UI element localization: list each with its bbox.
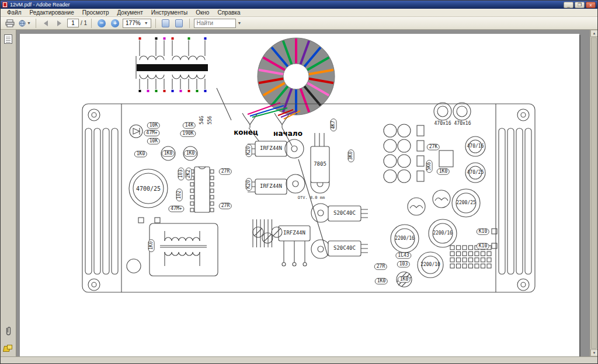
zoom-in-button[interactable]: + [109,18,121,29]
export-button[interactable]: ▼ [18,18,32,29]
pcb-label: 470/16 [467,144,484,149]
pcb-label: IRFZ44N [283,230,305,236]
maximize-button[interactable]: ❐ [575,2,585,8]
vertical-scrollbar[interactable]: ▲ ▼ [590,30,597,356]
scrollbar-thumb[interactable] [591,37,597,349]
menu-item[interactable]: Окно [192,9,213,17]
pcb-label: 556 [208,116,213,124]
export-icon [18,19,27,27]
menu-item[interactable]: Файл [3,9,26,17]
pcb-label: K20 [246,144,252,157]
pcb-label: 3K0 [348,149,354,162]
close-button[interactable]: x [586,2,596,8]
printer-icon [5,19,15,27]
pcb-label: 10K [147,123,160,129]
scroll-mode-icon [162,19,169,27]
pcb-label: 1K0 [184,150,197,157]
pcb-label: 470x16 [454,121,471,127]
annotation-icon-front [7,345,12,349]
pcb-label: 1K0 [437,169,450,175]
menu-item[interactable]: Редактирование [26,9,78,17]
pcb-label: 1K0 [398,276,411,283]
scroll-mode-button[interactable] [160,18,172,29]
scroll-up-icon[interactable]: ▲ [590,30,598,37]
pcb-label: OTV. 8.0 mm [298,196,325,201]
zoom-level-select[interactable]: 177% ▼ [123,19,151,28]
window-titlebar: 12vM.pdf - Adobe Reader _ ❐ x [1,1,597,9]
page-display-button[interactable] [173,18,185,29]
minimize-button[interactable]: _ [564,2,573,8]
zoom-level-value: 177% [126,20,141,26]
toolbar-separator [36,19,36,28]
paperclip-icon [5,326,12,337]
next-page-icon [57,20,61,26]
dropdown-arrow-icon: ▼ [144,21,148,25]
menu-item[interactable]: Просмотр [78,9,113,17]
toolbar: ▼ / 1 − + 177% ▼ ▼ [1,17,597,30]
annotation-tool-icon[interactable] [4,345,13,353]
toolbar-separator [91,19,92,28]
pcb-label: 190K [180,131,196,137]
previous-page-button[interactable] [40,18,52,29]
pcb-label: 47M+ [144,130,159,136]
pcb-label: IRFZ44N [260,146,282,152]
zoom-out-button[interactable]: − [96,18,107,29]
pcb-label: 47M+ [168,206,184,212]
pages-panel-icon[interactable] [4,34,12,44]
pcb-label: 4K7 [331,118,337,131]
next-page-button[interactable] [54,18,65,29]
page-display-icon [175,19,183,27]
print-button[interactable] [4,18,16,29]
page-total-label: / 1 [81,20,87,26]
pcb-label: 27R [374,264,387,270]
find-dropdown-arrow-icon[interactable]: ▼ [238,21,242,25]
pcb-label: 54G [200,116,205,124]
pcb-label: 10K [147,138,160,145]
pcb-label: 2200/25 [456,201,476,206]
pcb-label: IRFZ44N [260,184,282,190]
adobe-reader-window: 12vM.pdf - Adobe Reader _ ❐ x ФайлРедакт… [0,0,598,364]
pcb-label: 2200/10 [420,262,440,268]
pcb-label: K10 [477,243,489,250]
pcb-label: 103 [178,167,185,180]
toolbar-separator [155,19,156,28]
pcb-label: начало [273,130,303,138]
pcb-label: 5K6 [426,160,433,173]
pcb-label: 27R [219,169,232,175]
pcb-label: 103 [397,261,410,268]
pcb-label: 27K [427,144,440,150]
pcb-label: 2200/16 [433,231,453,236]
pcb-label: 470/25 [467,170,484,176]
attachments-panel-icon[interactable] [5,326,12,339]
pcb-label: K10 [477,229,489,235]
pdf-file-icon [2,2,8,8]
pcb-label: 1K0 [134,151,147,158]
pcb-label: 1L43 [395,253,411,259]
pcb-label: S20C40C [333,246,356,251]
find-input-wrap [194,19,236,28]
pcb-label: 2200/16 [395,236,415,242]
menu-item[interactable]: Документ [113,9,147,17]
find-input[interactable] [197,20,233,26]
pcb-label: конец [234,129,258,136]
pcb-label: 470x16 [434,121,451,127]
pdf-page[interactable]: 10K14K47M+190K10K54G5561K01K01K01032K210… [20,34,579,356]
zoom-in-icon: + [111,19,119,27]
pcb-label: 27R [219,203,232,209]
menu-item[interactable]: Справка [213,9,244,17]
document-area: 10K14K47M+190K10K54G5561K01K01K01032K210… [16,30,590,356]
pcb-label: 7805 [314,162,326,167]
previous-page-icon [44,20,48,26]
pcb-label: 14K [183,123,196,129]
menu-bar: ФайлРедактированиеПросмотрДокументИнстру… [1,9,597,17]
pcb-label: 2K2 [186,167,192,180]
pcb-labels: 10K14K47M+190K10K54G5561K01K01K01032K210… [20,34,579,356]
page-number-input[interactable] [67,19,79,27]
menu-item[interactable]: Инструменты [147,9,192,17]
scroll-down-icon[interactable]: ▼ [590,349,598,356]
zoom-out-icon: − [98,19,106,27]
pcb-label: 102 [176,188,183,201]
pcb-label: S20C40C [333,211,356,216]
pcb-label: 4700/25 [136,186,161,192]
pcb-label: 1K0 [375,278,388,285]
